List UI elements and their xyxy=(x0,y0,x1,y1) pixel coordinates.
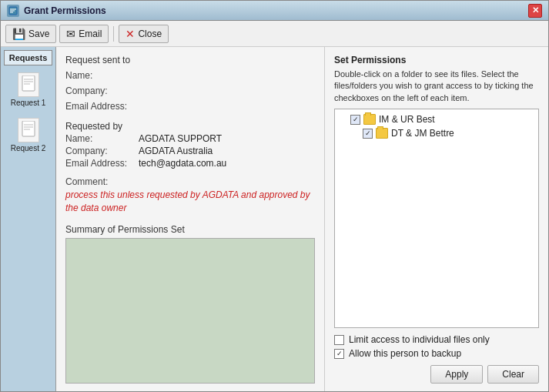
comment-section: Comment: process this unless requested b… xyxy=(65,176,315,215)
toolbar: 💾 Save ✉ Email ✕ Close xyxy=(1,21,548,47)
email-icon: ✉ xyxy=(66,28,75,40)
req-email-value: tech@agdata.com.au xyxy=(139,158,226,169)
sidebar: Requests Request 1 Request 2 xyxy=(1,47,56,391)
req-company-value: AGDATA Australia xyxy=(139,146,213,156)
set-permissions-title: Set Permissions xyxy=(334,55,539,65)
close-label: Close xyxy=(138,28,162,39)
name-label: Name: xyxy=(65,70,139,81)
summary-label: Summary of Permissions Set xyxy=(65,224,315,235)
req-name-value: AGDATA SUPPORT xyxy=(139,133,222,144)
allow-backup-row: Allow this person to backup xyxy=(334,348,539,359)
sidebar-item-request2[interactable]: Request 2 xyxy=(4,114,52,156)
tree-checkbox-1[interactable] xyxy=(363,129,373,139)
title-bar-left: Grant Permissions xyxy=(7,5,106,17)
tree-view: IM & UR Best DT & JM Bettre xyxy=(334,109,539,328)
bottom-buttons: Apply Clear xyxy=(334,365,539,384)
clear-button[interactable]: Clear xyxy=(487,365,539,384)
svg-rect-2 xyxy=(22,121,35,136)
requested-by-section: Requested by Name: AGDATA SUPPORT Compan… xyxy=(65,121,315,170)
tree-label-1: DT & JM Bettre xyxy=(391,128,454,139)
summary-section: Summary of Permissions Set xyxy=(65,224,315,384)
main-content: Requests Request 1 Request 2 Request sen… xyxy=(1,47,548,391)
main-window: Grant Permissions ✕ 💾 Save ✉ Email ✕ Clo… xyxy=(0,0,549,392)
close-icon: ✕ xyxy=(126,28,135,40)
sidebar-item2-label: Request 2 xyxy=(11,144,46,152)
allow-backup-label: Allow this person to backup xyxy=(349,348,461,359)
req-name-row: Name: AGDATA SUPPORT xyxy=(65,133,315,144)
tree-label-0: IM & UR Best xyxy=(379,114,435,125)
email-label: Email xyxy=(79,28,102,39)
req-email-row: Email Address: tech@agdata.com.au xyxy=(65,158,315,169)
folder-icon-0 xyxy=(363,114,376,125)
right-panel: Set Permissions Double-click on a folder… xyxy=(325,47,548,391)
limit-access-label: Limit access to individual files only xyxy=(349,334,490,345)
req-company-row: Company: AGDATA Australia xyxy=(65,146,315,156)
save-button[interactable]: 💾 Save xyxy=(5,25,56,43)
tree-item-0[interactable]: IM & UR Best xyxy=(338,112,535,126)
window-icon xyxy=(7,5,19,17)
save-icon: 💾 xyxy=(12,28,25,40)
req-email-label: Email Address: xyxy=(65,158,139,169)
request-sent-to-title: Request sent to xyxy=(65,55,315,65)
close-button[interactable]: ✕ Close xyxy=(119,25,169,43)
sidebar-item-request1[interactable]: Request 1 xyxy=(4,69,52,111)
comment-label: Comment: xyxy=(65,176,315,187)
email-row: Email Address: xyxy=(65,101,315,112)
save-label: Save xyxy=(28,28,49,39)
window-close-button[interactable]: ✕ xyxy=(528,4,542,18)
sidebar-header: Requests xyxy=(4,50,52,65)
requested-by-title: Requested by xyxy=(65,121,315,132)
toolbar-separator xyxy=(113,26,114,42)
tree-item-1[interactable]: DT & JM Bettre xyxy=(338,126,535,140)
folder-icon-1 xyxy=(376,128,388,139)
set-permissions-desc: Double-click on a folder to see its file… xyxy=(334,69,539,104)
company-label: Company: xyxy=(65,85,139,96)
request1-icon xyxy=(18,72,39,97)
email-button[interactable]: ✉ Email xyxy=(59,25,109,43)
sidebar-item1-label: Request 1 xyxy=(11,99,46,107)
apply-button[interactable]: Apply xyxy=(430,365,483,384)
summary-box xyxy=(65,238,315,384)
limit-access-row: Limit access to individual files only xyxy=(334,334,539,345)
center-panel: Request sent to Name: Company: Email Add… xyxy=(56,47,325,391)
comment-text: process this unless requested by AGDATA … xyxy=(65,189,315,215)
name-row: Name: xyxy=(65,70,315,81)
req-name-label: Name: xyxy=(65,133,139,144)
tree-checkbox-0[interactable] xyxy=(350,115,360,125)
svg-rect-1 xyxy=(22,75,35,91)
allow-backup-checkbox[interactable] xyxy=(334,349,344,359)
req-company-label: Company: xyxy=(65,146,139,156)
request2-icon xyxy=(18,118,39,142)
title-bar: Grant Permissions ✕ xyxy=(1,1,548,21)
options-section: Limit access to individual files only Al… xyxy=(334,334,539,359)
company-row: Company: xyxy=(65,85,315,96)
limit-access-checkbox[interactable] xyxy=(334,335,344,345)
window-title: Grant Permissions xyxy=(24,5,106,16)
email-label: Email Address: xyxy=(65,101,139,112)
